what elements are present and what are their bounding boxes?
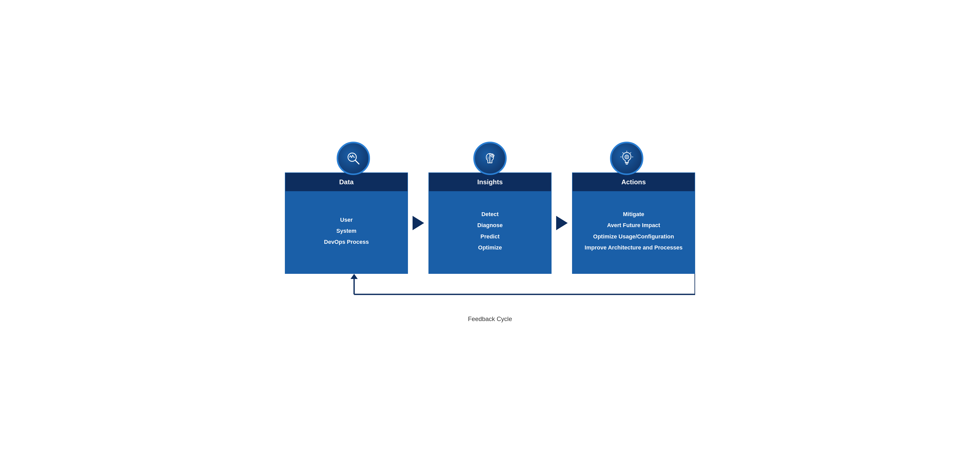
data-card-title: Data: [339, 178, 353, 186]
data-icon-wrapper: [285, 139, 422, 172]
data-item-system: System: [336, 226, 356, 235]
insights-card-title: Insights: [477, 178, 503, 186]
lightbulb-gear-icon: [619, 150, 635, 167]
right-arrow-icon: [412, 216, 424, 230]
svg-point-11: [626, 156, 627, 158]
insights-icon-wrapper: [422, 139, 558, 172]
right-arrow-icon-2: [556, 216, 568, 230]
diagram-wrapper: Data User System DevOps Process Insights…: [285, 139, 695, 325]
actions-icon-wrapper: [558, 139, 695, 172]
data-card: Data User System DevOps Process: [285, 172, 408, 274]
data-item-user: User: [340, 215, 353, 224]
feedback-cycle-wrapper: Feedback Cycle: [285, 274, 695, 325]
monitor-search-icon: [345, 150, 361, 167]
actions-card-title: Actions: [621, 178, 646, 186]
svg-line-22: [622, 152, 623, 153]
insights-item-predict: Predict: [480, 232, 500, 241]
data-item-devops: DevOps Process: [324, 238, 369, 246]
arrow-data-to-insights: [408, 216, 428, 230]
actions-item-improve: Improve Architecture and Processes: [585, 243, 682, 252]
actions-card-body: Mitigate Avert Future Impact Optimize Us…: [573, 191, 695, 273]
actions-item-mitigate: Mitigate: [623, 210, 644, 218]
insights-item-detect: Detect: [481, 210, 498, 218]
actions-item-optimize: Optimize Usage/Configuration: [593, 232, 674, 241]
icons-row: [285, 139, 695, 172]
svg-line-1: [355, 160, 359, 164]
insights-icon-circle: [473, 142, 507, 175]
actions-card: Actions Mitigate Avert Future Impact Opt…: [572, 172, 695, 274]
svg-line-21: [630, 152, 631, 153]
svg-point-3: [492, 155, 493, 156]
arrow-insights-to-actions: [552, 216, 572, 230]
data-icon-circle: [337, 142, 370, 175]
feedback-cycle-label: Feedback Cycle: [468, 316, 512, 323]
svg-marker-28: [350, 274, 358, 279]
data-card-header: Data: [285, 173, 407, 191]
insights-item-optimize: Optimize: [478, 243, 502, 252]
actions-item-avert: Avert Future Impact: [607, 221, 660, 230]
data-card-body: User System DevOps Process: [285, 191, 407, 273]
actions-card-header: Actions: [573, 173, 695, 191]
brain-gear-icon: [482, 150, 498, 167]
insights-item-diagnose: Diagnose: [477, 221, 503, 230]
actions-icon-circle: [610, 142, 643, 175]
insights-card-header: Insights: [429, 173, 551, 191]
insights-card-body: Detect Diagnose Predict Optimize: [429, 191, 551, 273]
cards-row: Data User System DevOps Process Insights…: [285, 172, 695, 274]
insights-card: Insights Detect Diagnose Predict Optimiz…: [428, 172, 552, 274]
